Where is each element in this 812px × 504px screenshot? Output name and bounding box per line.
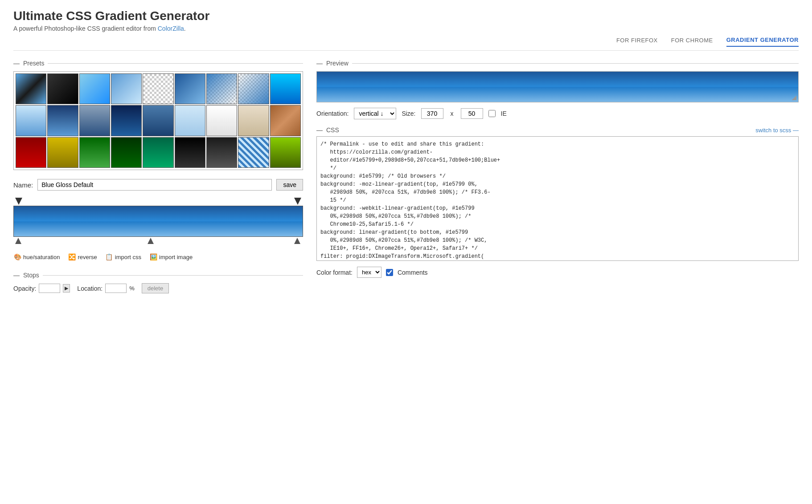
preset-cell[interactable] [47,105,78,136]
stop-marker-top-left[interactable] [15,198,22,205]
presets-grid [13,71,303,170]
color-format-label: Color format: [316,269,353,276]
width-input[interactable] [421,108,443,119]
opacity-input[interactable] [39,284,60,293]
preset-cell[interactable] [111,73,142,104]
preset-cell[interactable] [79,137,110,168]
css-output[interactable] [316,136,799,261]
name-row: Name: save [13,179,303,191]
css-header: CSS switch to scss [316,126,799,134]
stop-top-row [13,198,303,205]
import-css-tool[interactable]: 📋 import css [105,253,141,261]
preset-cell[interactable] [111,105,142,136]
preset-cell[interactable] [270,137,301,168]
preset-cell[interactable] [143,73,173,104]
color-format-row: Color format: hex rgb hsl Comments [316,267,799,278]
css-section-header: CSS [316,126,339,134]
preset-cell[interactable] [206,73,237,104]
import-image-tool[interactable]: 🖼️ import image [149,253,193,261]
preset-cell[interactable] [47,73,78,104]
location-input[interactable] [105,284,127,293]
import-css-icon: 📋 [105,253,113,261]
stop-marker-top-right[interactable] [294,198,301,205]
preset-cell[interactable] [111,137,142,168]
header-subtitle: A powerful Photoshop-like CSS gradient e… [13,25,799,32]
preset-cell[interactable] [238,73,269,104]
delete-button[interactable]: delete [142,283,169,293]
preset-cell[interactable] [270,105,301,136]
opacity-label: Opacity: [13,285,36,292]
colorzilla-link[interactable]: ColorZilla [158,25,184,32]
preset-cell[interactable] [79,105,110,136]
orientation-row: Orientation: vertical ↓ horizontal diago… [316,108,799,119]
stop-marker-bottom-right[interactable] [294,238,301,245]
page-header: Ultimate CSS Gradient Generator A powerf… [13,9,799,32]
preset-cell[interactable] [238,137,269,168]
opacity-arrow[interactable]: ▶ [63,284,70,293]
stop-bottom-row [13,237,303,245]
reverse-icon: 🔀 [68,253,76,261]
preview-gradient [316,71,799,102]
preview-resize-handle[interactable] [792,96,797,101]
location-label: Location: [77,285,103,292]
stop-marker-bottom-center[interactable] [148,238,155,245]
comments-checkbox[interactable] [386,269,393,276]
preset-cell[interactable] [143,105,173,136]
main-layout: Presets [13,60,799,293]
preset-cell[interactable] [270,73,301,104]
name-input[interactable] [37,179,272,191]
presets-header: Presets [13,60,303,67]
comments-label: Comments [398,269,428,276]
nav-chrome[interactable]: FOR CHROME [671,37,713,46]
orientation-select[interactable]: vertical ↓ horizontal diagonal radial [354,108,396,119]
stops-row: Opacity: ▶ Location: % delete [13,283,303,293]
hue-saturation-icon: 🎨 [13,253,21,261]
preset-cell[interactable] [206,105,237,136]
size-label: Size: [402,110,415,117]
preset-cell[interactable] [143,137,173,168]
ie-label: IE [501,110,507,117]
color-format-select[interactable]: hex rgb hsl [357,267,381,278]
size-x-separator: x [451,110,454,117]
preset-cell[interactable] [175,137,205,168]
preset-cell[interactable] [238,105,269,136]
reverse-tool[interactable]: 🔀 reverse [68,253,97,261]
page-title: Ultimate CSS Gradient Generator [13,9,799,23]
orientation-label: Orientation: [316,110,349,117]
left-panel: Presets [13,60,303,293]
hue-saturation-tool[interactable]: 🎨 hue/saturation [13,253,60,261]
top-navigation: FOR FIREFOX FOR CHROME GRADIENT GENERATO… [13,37,799,51]
gradient-editor [13,198,303,245]
nav-gradient[interactable]: GRADIENT GENERATOR [726,37,799,47]
percent-sign: % [129,285,135,292]
save-button[interactable]: save [276,179,303,191]
preset-cell[interactable] [16,137,46,168]
preset-cell[interactable] [79,73,110,104]
preset-cell[interactable] [47,137,78,168]
preview-header: Preview [316,60,799,67]
nav-firefox[interactable]: FOR FIREFOX [616,37,658,46]
preset-cell[interactable] [16,105,46,136]
preset-cell[interactable] [16,73,46,104]
right-panel: Preview Orientation: vertical ↓ horizont… [316,60,799,293]
preset-cell[interactable] [175,73,205,104]
preset-cell[interactable] [175,105,205,136]
gradient-bar[interactable] [13,206,303,237]
height-input[interactable] [461,108,483,119]
stop-marker-bottom-left[interactable] [15,238,22,245]
tools-row: 🎨 hue/saturation 🔀 reverse 📋 import css … [13,250,303,264]
location-group: Location: % [77,284,134,293]
stops-header: Stops [13,272,303,279]
preset-cell[interactable] [206,137,237,168]
import-image-icon: 🖼️ [149,253,157,261]
name-label: Name: [13,181,33,189]
opacity-group: Opacity: ▶ [13,284,70,293]
ie-checkbox[interactable] [488,110,496,117]
switch-to-scss[interactable]: switch to scss [755,127,799,134]
